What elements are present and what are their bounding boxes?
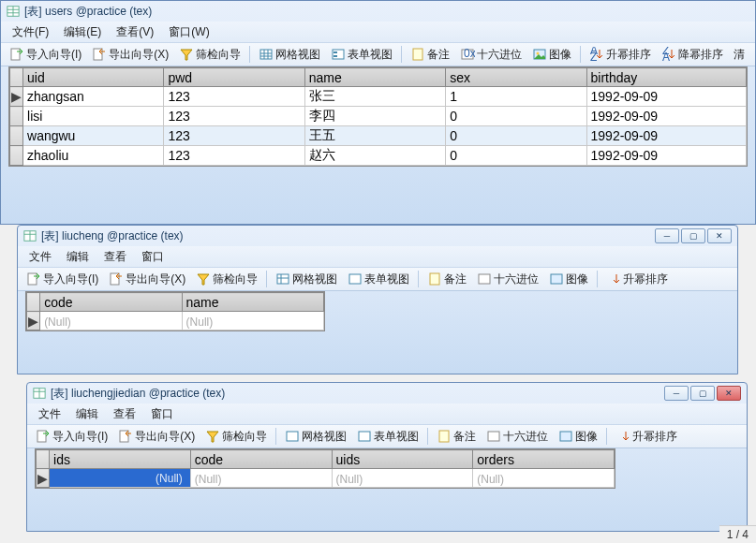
cell[interactable]: 123 [164, 107, 304, 126]
row-header[interactable]: ▶ [10, 87, 23, 107]
sort-asc-button[interactable]: AZ升幂排序 [585, 44, 656, 66]
cell[interactable]: (Null) [50, 469, 191, 488]
cell[interactable]: 1 [446, 87, 586, 107]
cell[interactable]: 1992-09-09 [586, 146, 746, 166]
export-wizard-button[interactable]: 导出向导(X) [87, 44, 173, 66]
titlebar[interactable]: [表] liucheng @practice (tex) ─ ▢ ✕ [18, 226, 737, 246]
cell[interactable]: 李四 [304, 107, 445, 126]
table-row[interactable]: wangwu123王五01992-09-09 [10, 126, 747, 146]
cell[interactable]: 123 [164, 146, 304, 166]
cell[interactable]: (Null) [332, 469, 473, 488]
grid-view-button[interactable]: 网格视图 [254, 44, 325, 66]
row-header[interactable] [10, 146, 23, 166]
maximize-button[interactable]: ▢ [681, 228, 705, 243]
hex-button[interactable]: 十六进位 [472, 269, 543, 290]
cell[interactable]: 123 [164, 87, 304, 107]
data-grid[interactable]: ids code uids orders ▶ (Null) (Null) (Nu… [35, 448, 615, 489]
menu-file[interactable]: 文件(F) [5, 22, 56, 42]
memo-button[interactable]: 备注 [422, 269, 471, 290]
column-header[interactable]: name [304, 68, 445, 87]
import-wizard-button[interactable]: 导入向导(I) [31, 426, 112, 448]
hex-button[interactable]: 0x十六进位 [455, 44, 526, 66]
table-row[interactable]: zhaoliu123赵六01992-09-09 [10, 146, 747, 166]
cell[interactable]: 张三 [304, 87, 445, 107]
row-header[interactable]: ▶ [37, 469, 50, 488]
filter-wizard-button[interactable]: 筛检向导 [191, 269, 262, 290]
menu-edit[interactable]: 编辑 [59, 247, 96, 267]
table-row[interactable]: ▶ (Null) (Null) [27, 312, 324, 330]
clear-sort-button[interactable]: 清 [729, 44, 749, 66]
cell[interactable]: zhangsan [23, 87, 164, 107]
minimize-button[interactable]: ─ [664, 386, 689, 401]
column-header[interactable]: uids [332, 450, 473, 469]
menu-edit[interactable]: 编辑(E) [56, 22, 109, 42]
import-wizard-button[interactable]: 导入向导(I) [5, 44, 86, 66]
memo-button[interactable]: 备注 [432, 426, 481, 448]
row-header[interactable] [10, 126, 23, 146]
form-view-button[interactable]: 表单视图 [352, 426, 423, 448]
menu-window[interactable]: 窗口 [143, 404, 181, 424]
export-wizard-button[interactable]: 导出向导(X) [104, 269, 190, 290]
menu-file[interactable]: 文件 [31, 404, 68, 424]
filter-wizard-button[interactable]: 筛检向导 [200, 426, 272, 448]
column-header[interactable]: birthday [586, 68, 746, 87]
table-row[interactable]: ▶ (Null) (Null) (Null) (Null) [37, 469, 615, 488]
titlebar[interactable]: [表] users @practice (tex) [1, 1, 755, 22]
cell[interactable]: lisi [23, 107, 164, 126]
column-header[interactable]: orders [473, 450, 615, 469]
memo-button[interactable]: 备注 [406, 44, 454, 66]
menu-view[interactable]: 查看 [106, 404, 143, 424]
cell[interactable]: 0 [446, 107, 586, 126]
form-view-button[interactable]: 表单视图 [326, 44, 397, 66]
menu-window[interactable]: 窗口(W) [161, 22, 216, 42]
image-button[interactable]: 图像 [554, 426, 602, 448]
column-header[interactable]: ids [50, 450, 191, 469]
cell[interactable]: 赵六 [304, 146, 445, 166]
cell[interactable]: (Null) [40, 312, 182, 330]
column-header[interactable]: pwd [164, 68, 304, 87]
cell[interactable]: 王五 [304, 126, 445, 146]
hex-button[interactable]: 十六进位 [482, 426, 553, 448]
cell[interactable]: 123 [164, 126, 304, 146]
import-wizard-button[interactable]: 导入向导(I) [22, 269, 103, 290]
grid-view-button[interactable]: 网格视图 [271, 269, 342, 290]
cell[interactable]: (Null) [190, 469, 332, 488]
maximize-button[interactable]: ▢ [690, 386, 715, 401]
row-header[interactable]: ▶ [27, 312, 40, 330]
menu-view[interactable]: 查看 [96, 247, 134, 267]
filter-wizard-button[interactable]: 筛检向导 [174, 44, 245, 66]
sort-desc-button[interactable]: ZA降幂排序 [657, 44, 728, 66]
cell[interactable]: 1992-09-09 [586, 126, 746, 146]
cell[interactable]: 0 [446, 146, 586, 166]
menu-file[interactable]: 文件 [22, 247, 59, 267]
close-button[interactable]: ✕ [707, 228, 732, 243]
cell[interactable]: (Null) [182, 312, 323, 330]
menu-edit[interactable]: 编辑 [68, 404, 106, 424]
sort-asc-button[interactable]: 升幂排序 [611, 426, 682, 448]
column-header[interactable]: name [182, 293, 323, 312]
row-header[interactable] [10, 107, 23, 126]
cell[interactable]: 1992-09-09 [586, 107, 746, 126]
menu-window[interactable]: 窗口 [134, 247, 171, 267]
cell[interactable]: 0 [446, 126, 586, 146]
image-button[interactable]: 图像 [527, 44, 576, 66]
cell[interactable]: (Null) [473, 469, 615, 488]
column-header[interactable]: uid [23, 68, 164, 87]
titlebar[interactable]: [表] liuchengjiedian @practice (tex) ─ ▢ … [27, 383, 747, 404]
export-wizard-button[interactable]: 导出向导(X) [113, 426, 200, 448]
data-grid[interactable]: uid pwd name sex birthday ▶zhangsan123张三… [8, 66, 748, 167]
close-button[interactable]: ✕ [717, 386, 741, 401]
table-row[interactable]: lisi123李四01992-09-09 [10, 107, 747, 126]
cell[interactable]: wangwu [23, 126, 164, 146]
data-grid[interactable]: code name ▶ (Null) (Null) [25, 291, 325, 331]
column-header[interactable]: sex [446, 68, 586, 87]
image-button[interactable]: 图像 [544, 269, 593, 290]
cell[interactable]: 1992-09-09 [586, 87, 746, 107]
grid-view-button[interactable]: 网格视图 [280, 426, 351, 448]
minimize-button[interactable]: ─ [655, 228, 679, 243]
column-header[interactable]: code [40, 293, 182, 312]
table-row[interactable]: ▶zhangsan123张三11992-09-09 [10, 87, 747, 107]
menu-view[interactable]: 查看(V) [109, 22, 161, 42]
sort-asc-button[interactable]: 升幂排序 [601, 269, 673, 290]
column-header[interactable]: code [190, 450, 332, 469]
